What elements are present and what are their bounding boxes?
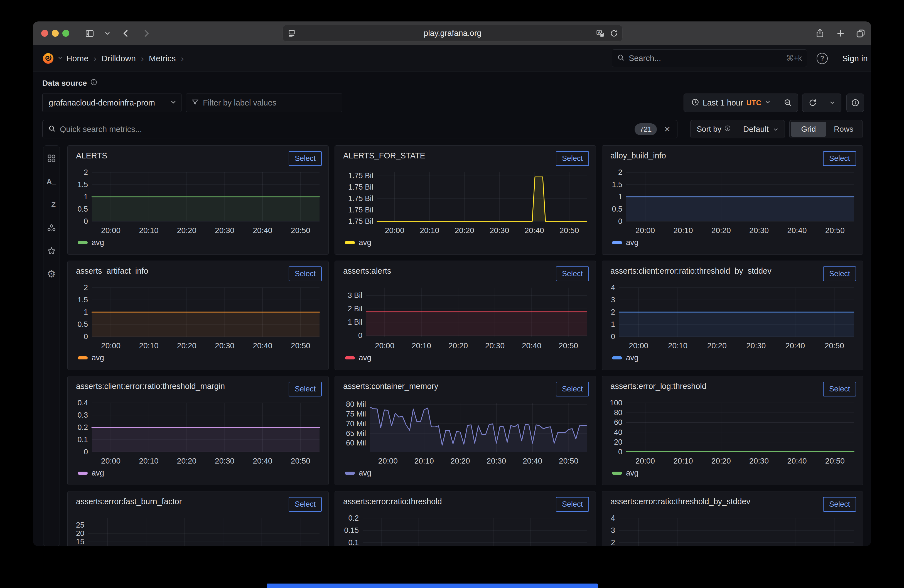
panel-title: asserts:client:error:ratio:threshold_mar… [76,382,225,391]
svg-text:0.5: 0.5 [612,205,622,213]
svg-text:20:50: 20:50 [291,341,310,350]
refresh-button[interactable] [802,93,823,112]
panel-select-button[interactable]: Select [823,151,856,166]
info-icon[interactable] [90,79,97,88]
sort-a-first-icon[interactable]: A_ [46,177,57,187]
panel-select-button[interactable]: Select [823,497,856,512]
close-window-button[interactable] [41,30,48,37]
label-filter-input[interactable]: Filter by label values [186,93,342,112]
refresh-interval-chevron[interactable] [823,93,841,112]
panel-select-button[interactable]: Select [823,382,856,397]
chevron-down-icon [170,100,177,106]
panel-select-button[interactable]: Select [289,151,322,166]
view-rows-tab[interactable]: Rows [826,122,861,137]
sort-z-first-icon[interactable]: _Z [46,200,57,210]
svg-text:20:40: 20:40 [787,226,807,235]
svg-text:20:40: 20:40 [785,341,805,350]
panel-select-button[interactable]: Select [556,266,589,281]
svg-text:2: 2 [611,308,615,316]
panel-chart: 20:0020:1020:2020:3020:4020:501008060402… [607,395,858,466]
translate-icon[interactable]: A [596,29,605,39]
panel-title: alloy_build_info [610,151,666,160]
zoom-window-button[interactable] [62,30,69,37]
panel-select-button[interactable]: Select [556,497,589,512]
panel-select-button[interactable]: Select [289,382,322,397]
breadcrumb-drilldown[interactable]: Drilldown [101,54,136,63]
panel-select-button[interactable]: Select [556,151,589,166]
panel-title: asserts:error:fast_burn_factor [76,497,182,506]
legend-label[interactable]: avg [359,353,371,362]
search-icon [48,125,56,134]
page-info-button[interactable] [846,93,864,112]
svg-text:20:40: 20:40 [525,226,544,235]
org-switcher-chevron-icon[interactable] [57,56,63,61]
svg-text:20:30: 20:30 [746,341,766,350]
grafana-app: Home › Drilldown › Metrics › Search... ⌘… [33,45,871,546]
legend-label[interactable]: avg [92,469,104,477]
view-all-metrics-icon[interactable] [46,153,57,163]
back-icon[interactable] [121,28,131,39]
legend-label[interactable]: avg [626,238,638,247]
time-range-picker[interactable]: Last 1 hour UTC [684,93,778,112]
svg-text:0.3: 0.3 [77,411,88,419]
svg-text:20:00: 20:00 [385,226,405,235]
svg-text:65 Mil: 65 Mil [346,429,366,438]
breadcrumb-home[interactable]: Home [66,54,89,63]
sort-value-select[interactable]: Default [737,120,785,138]
svg-text:1: 1 [618,193,622,201]
svg-text:0: 0 [618,448,622,456]
quick-search-input[interactable]: Quick search metrics... 721 ✕ [42,120,678,138]
datasource-select[interactable]: grafanacloud-demoinfra-prom [42,93,182,112]
settings-gear-icon[interactable]: ⚙ [46,269,57,279]
global-search-input[interactable]: Search... ⌘+k [612,49,807,67]
sidebar-chevron-icon[interactable] [104,31,111,36]
svg-text:20:10: 20:10 [139,226,158,235]
legend-swatch [77,472,88,475]
info-icon[interactable] [724,125,731,134]
grafana-logo-icon[interactable] [42,52,55,66]
svg-text:20:10: 20:10 [139,341,158,350]
sign-in-button[interactable]: Sign in [842,45,868,72]
svg-text:1.75 Bil: 1.75 Bil [348,172,373,180]
panel-select-button[interactable]: Select [289,266,322,281]
forward-icon[interactable] [141,28,151,39]
header-divider [835,53,835,64]
panel-select-button[interactable]: Select [556,382,589,397]
sort-control: Sort by Default [690,120,785,138]
metric-groups-icon[interactable] [46,223,57,233]
reload-icon[interactable] [610,29,618,39]
svg-text:3: 3 [611,526,615,534]
new-tab-icon[interactable] [836,28,846,38]
minimize-window-button[interactable] [52,30,59,37]
svg-text:20:30: 20:30 [490,226,509,235]
breadcrumb-metrics[interactable]: Metrics [149,54,176,63]
view-grid-tab[interactable]: Grid [791,122,826,137]
help-icon[interactable]: ? [817,53,828,64]
share-icon[interactable] [815,28,825,38]
panel-select-button[interactable]: Select [289,497,322,512]
legend-label[interactable]: avg [92,238,104,247]
svg-text:20:40: 20:40 [253,341,272,350]
svg-text:20:20: 20:20 [707,341,727,350]
address-bar[interactable]: play.grafana.org A [283,25,623,41]
clear-search-icon[interactable]: ✕ [664,125,670,134]
svg-text:20:20: 20:20 [177,341,196,350]
tab-overview-icon[interactable] [855,28,866,38]
legend-label[interactable]: avg [626,469,638,477]
legend-label[interactable]: avg [92,353,104,362]
metric-panel: asserts:client:error:ratio:threshold_by_… [602,261,863,370]
sidebar-toggle-icon[interactable] [85,28,95,38]
svg-text:0: 0 [84,217,88,226]
svg-text:0: 0 [618,217,622,226]
legend-label[interactable]: avg [359,469,371,477]
svg-text:60 Mil: 60 Mil [346,439,366,447]
legend-label[interactable]: avg [359,238,371,247]
panel-select-button[interactable]: Select [823,266,856,281]
metrics-sidebar: A_ _Z ⚙ [43,145,60,546]
svg-text:25: 25 [76,521,84,529]
metric-panel: asserts:alerts Select 20:0020:1020:2020:… [335,261,596,370]
legend-label[interactable]: avg [626,353,638,362]
panel-title: asserts:error_log:threshold [610,382,706,391]
zoom-out-button[interactable] [778,93,798,112]
bookmarks-star-icon[interactable] [46,246,57,256]
